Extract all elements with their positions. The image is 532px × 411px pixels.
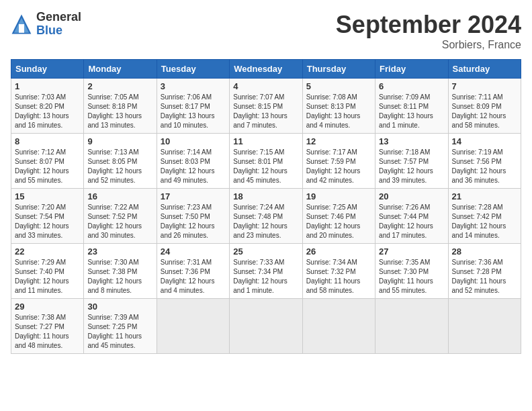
calendar-cell: 8Sunrise: 7:12 AMSunset: 8:07 PMDaylight… (11, 134, 84, 189)
day-number: 14 (452, 136, 517, 146)
day-info: Sunrise: 7:39 AMSunset: 7:25 PMDaylight:… (87, 313, 152, 351)
day-info: Sunrise: 7:36 AMSunset: 7:28 PMDaylight:… (452, 258, 517, 295)
calendar-cell: 2Sunrise: 7:05 AMSunset: 8:18 PMDaylight… (84, 79, 157, 134)
day-info: Sunrise: 7:35 AMSunset: 7:30 PMDaylight:… (379, 258, 444, 295)
calendar-week-row: 22Sunrise: 7:29 AMSunset: 7:40 PMDayligh… (11, 244, 521, 299)
calendar-week-row: 1Sunrise: 7:03 AMSunset: 8:20 PMDaylight… (11, 79, 521, 134)
calendar-cell: 24Sunrise: 7:31 AMSunset: 7:36 PMDayligh… (157, 244, 229, 299)
logo-text: General Blue (36, 11, 81, 38)
calendar-cell: 20Sunrise: 7:26 AMSunset: 7:44 PMDayligh… (375, 189, 448, 244)
calendar-cell: 28Sunrise: 7:36 AMSunset: 7:28 PMDayligh… (448, 244, 521, 299)
day-number: 2 (87, 81, 152, 91)
day-info: Sunrise: 7:24 AMSunset: 7:48 PMDaylight:… (233, 203, 298, 240)
calendar-week-row: 29Sunrise: 7:38 AMSunset: 7:27 PMDayligh… (11, 299, 521, 354)
day-info: Sunrise: 7:22 AMSunset: 7:52 PMDaylight:… (87, 203, 152, 240)
calendar-body: 1Sunrise: 7:03 AMSunset: 8:20 PMDaylight… (11, 79, 521, 354)
calendar-cell: 30Sunrise: 7:39 AMSunset: 7:25 PMDayligh… (84, 299, 157, 354)
calendar-cell: 10Sunrise: 7:14 AMSunset: 8:03 PMDayligh… (157, 134, 229, 189)
calendar-cell: 4Sunrise: 7:07 AMSunset: 8:15 PMDaylight… (230, 79, 302, 134)
svg-rect-2 (19, 24, 24, 33)
calendar-cell: 13Sunrise: 7:18 AMSunset: 7:57 PMDayligh… (375, 134, 448, 189)
day-number: 28 (452, 246, 517, 257)
day-number: 6 (379, 81, 444, 91)
calendar-cell: 7Sunrise: 7:11 AMSunset: 8:09 PMDaylight… (448, 79, 521, 134)
day-info: Sunrise: 7:23 AMSunset: 7:50 PMDaylight:… (161, 203, 226, 240)
calendar-cell: 3Sunrise: 7:06 AMSunset: 8:17 PMDaylight… (157, 79, 229, 134)
calendar-cell (448, 299, 521, 354)
day-info: Sunrise: 7:19 AMSunset: 7:56 PMDaylight:… (452, 148, 517, 185)
month-year-title: September 2024 (336, 11, 521, 39)
day-header-wednesday: Wednesday (230, 60, 302, 79)
day-info: Sunrise: 7:03 AMSunset: 8:20 PMDaylight:… (15, 93, 80, 130)
day-info: Sunrise: 7:34 AMSunset: 7:32 PMDaylight:… (306, 258, 371, 295)
day-number: 12 (306, 136, 371, 146)
calendar-week-row: 15Sunrise: 7:20 AMSunset: 7:54 PMDayligh… (11, 189, 521, 244)
calendar-cell: 15Sunrise: 7:20 AMSunset: 7:54 PMDayligh… (11, 189, 84, 244)
day-info: Sunrise: 7:25 AMSunset: 7:46 PMDaylight:… (306, 203, 371, 240)
day-info: Sunrise: 7:33 AMSunset: 7:34 PMDaylight:… (233, 258, 298, 295)
day-number: 9 (87, 136, 152, 146)
day-info: Sunrise: 7:31 AMSunset: 7:36 PMDaylight:… (161, 258, 226, 295)
day-number: 25 (233, 246, 298, 257)
day-number: 27 (379, 246, 444, 257)
page-header: General Blue September 2024 Sorbiers, Fr… (11, 11, 521, 51)
logo-icon (11, 13, 32, 35)
day-info: Sunrise: 7:07 AMSunset: 8:15 PMDaylight:… (233, 93, 298, 130)
calendar-cell: 18Sunrise: 7:24 AMSunset: 7:48 PMDayligh… (230, 189, 302, 244)
calendar-cell: 27Sunrise: 7:35 AMSunset: 7:30 PMDayligh… (375, 244, 448, 299)
day-header-sunday: Sunday (11, 60, 84, 79)
day-number: 15 (15, 191, 80, 201)
logo-general: General (36, 11, 81, 24)
calendar-cell: 21Sunrise: 7:28 AMSunset: 7:42 PMDayligh… (448, 189, 521, 244)
day-info: Sunrise: 7:06 AMSunset: 8:17 PMDaylight:… (161, 93, 226, 130)
calendar-cell (375, 299, 448, 354)
day-info: Sunrise: 7:30 AMSunset: 7:38 PMDaylight:… (87, 258, 152, 295)
day-number: 4 (233, 81, 298, 91)
day-number: 30 (87, 302, 152, 312)
calendar-cell: 1Sunrise: 7:03 AMSunset: 8:20 PMDaylight… (11, 79, 84, 134)
day-number: 24 (161, 246, 226, 257)
day-info: Sunrise: 7:12 AMSunset: 8:07 PMDaylight:… (15, 148, 80, 185)
calendar-cell: 5Sunrise: 7:08 AMSunset: 8:13 PMDaylight… (302, 79, 375, 134)
title-section: September 2024 Sorbiers, France (336, 11, 521, 51)
day-number: 8 (15, 136, 80, 146)
day-number: 3 (161, 81, 226, 91)
day-info: Sunrise: 7:15 AMSunset: 8:01 PMDaylight:… (233, 148, 298, 185)
calendar-cell: 11Sunrise: 7:15 AMSunset: 8:01 PMDayligh… (230, 134, 302, 189)
day-number: 1 (15, 81, 80, 91)
calendar-cell: 14Sunrise: 7:19 AMSunset: 7:56 PMDayligh… (448, 134, 521, 189)
day-info: Sunrise: 7:28 AMSunset: 7:42 PMDaylight:… (452, 203, 517, 240)
calendar-cell (230, 299, 302, 354)
calendar-cell: 22Sunrise: 7:29 AMSunset: 7:40 PMDayligh… (11, 244, 84, 299)
calendar-cell: 17Sunrise: 7:23 AMSunset: 7:50 PMDayligh… (157, 189, 229, 244)
calendar-cell: 29Sunrise: 7:38 AMSunset: 7:27 PMDayligh… (11, 299, 84, 354)
calendar-cell: 9Sunrise: 7:13 AMSunset: 8:05 PMDaylight… (84, 134, 157, 189)
calendar-cell: 25Sunrise: 7:33 AMSunset: 7:34 PMDayligh… (230, 244, 302, 299)
day-number: 13 (379, 136, 444, 146)
day-header-saturday: Saturday (448, 60, 521, 79)
day-info: Sunrise: 7:26 AMSunset: 7:44 PMDaylight:… (379, 203, 444, 240)
day-info: Sunrise: 7:14 AMSunset: 8:03 PMDaylight:… (161, 148, 226, 185)
day-number: 21 (452, 191, 517, 201)
day-info: Sunrise: 7:13 AMSunset: 8:05 PMDaylight:… (87, 148, 152, 185)
day-info: Sunrise: 7:29 AMSunset: 7:40 PMDaylight:… (15, 258, 80, 295)
calendar-cell (157, 299, 229, 354)
day-info: Sunrise: 7:11 AMSunset: 8:09 PMDaylight:… (452, 93, 517, 130)
calendar-week-row: 8Sunrise: 7:12 AMSunset: 8:07 PMDaylight… (11, 134, 521, 189)
day-number: 7 (452, 81, 517, 91)
day-number: 19 (306, 191, 371, 201)
calendar-cell: 16Sunrise: 7:22 AMSunset: 7:52 PMDayligh… (84, 189, 157, 244)
calendar-table: SundayMondayTuesdayWednesdayThursdayFrid… (11, 59, 521, 354)
day-number: 18 (233, 191, 298, 201)
day-info: Sunrise: 7:08 AMSunset: 8:13 PMDaylight:… (306, 93, 371, 130)
calendar-header-row: SundayMondayTuesdayWednesdayThursdayFrid… (11, 60, 521, 79)
day-number: 20 (379, 191, 444, 201)
calendar-cell: 12Sunrise: 7:17 AMSunset: 7:59 PMDayligh… (302, 134, 375, 189)
day-number: 10 (161, 136, 226, 146)
day-number: 26 (306, 246, 371, 257)
day-number: 29 (15, 302, 80, 312)
day-header-tuesday: Tuesday (157, 60, 229, 79)
day-header-monday: Monday (84, 60, 157, 79)
day-info: Sunrise: 7:38 AMSunset: 7:27 PMDaylight:… (15, 313, 80, 351)
day-info: Sunrise: 7:09 AMSunset: 8:11 PMDaylight:… (379, 93, 444, 130)
